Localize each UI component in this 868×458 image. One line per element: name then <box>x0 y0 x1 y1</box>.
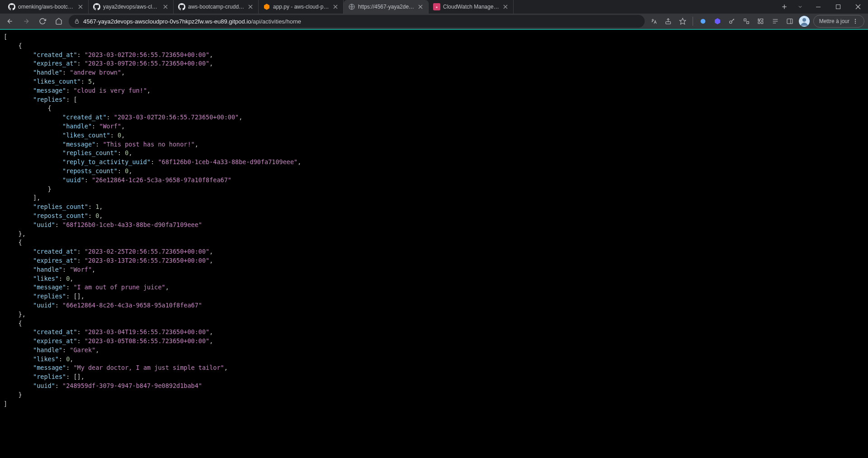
nav-forward-button[interactable] <box>20 15 33 28</box>
tab-close-icon[interactable] <box>332 4 339 10</box>
tab-5[interactable]: ⎈CloudWatch Management Conso <box>429 0 514 14</box>
side-panel-icon[interactable] <box>784 16 795 27</box>
svg-point-40 <box>855 21 856 22</box>
window-controls <box>792 0 868 14</box>
reading-list-icon[interactable] <box>770 16 781 27</box>
tab-label: aws-bootcamp-cruddur-2023/we <box>188 4 245 10</box>
tab-close-icon[interactable] <box>247 4 254 10</box>
new-tab-button[interactable] <box>777 0 792 14</box>
tab-3[interactable]: app.py - aws-cloud-project-boot <box>259 0 344 14</box>
tab-label: omenking/aws-bootcamp-crudd <box>18 4 75 10</box>
url-text: 4567-yaya2devops-awscloudpro-0vs7hkpz2fw… <box>83 18 639 25</box>
tab-label: CloudWatch Management Conso <box>443 4 500 10</box>
extension-screenshot-icon[interactable] <box>741 16 752 27</box>
tab-0[interactable]: omenking/aws-bootcamp-crudd <box>4 0 89 14</box>
nav-back-button[interactable] <box>4 15 16 28</box>
svg-point-29 <box>729 21 731 23</box>
bookmark-star-icon[interactable] <box>677 16 688 27</box>
page-viewport: [ { "created_at": "2023-03-02T20:56:55.7… <box>0 30 868 458</box>
tab-favicon-icon <box>348 3 355 10</box>
tab-close-icon[interactable] <box>502 4 509 10</box>
window-close[interactable] <box>848 0 868 14</box>
nav-reload-button[interactable] <box>36 15 49 28</box>
svg-marker-28 <box>715 18 720 24</box>
tab-close-icon[interactable] <box>417 4 424 10</box>
translate-icon[interactable] <box>648 16 659 27</box>
svg-point-27 <box>700 19 705 24</box>
separator <box>693 17 693 26</box>
tab-favicon-icon <box>178 3 185 10</box>
browser-toolbar: 4567-yaya2devops-awscloudpro-0vs7hkpz2fw… <box>0 14 868 30</box>
tab-favicon-icon <box>93 3 100 10</box>
chevron-down-icon[interactable] <box>792 4 808 9</box>
extension-hex-icon[interactable] <box>712 16 723 27</box>
window-maximize[interactable] <box>828 0 848 14</box>
svg-rect-30 <box>744 19 746 21</box>
svg-marker-6 <box>264 4 269 9</box>
svg-marker-26 <box>679 18 685 24</box>
tab-label: yaya2devops/aws-cloud-project <box>103 4 160 10</box>
tab-label: app.py - aws-cloud-project-boot <box>273 4 330 10</box>
svg-rect-19 <box>836 5 840 9</box>
svg-rect-35 <box>787 19 793 24</box>
tab-favicon-icon <box>263 3 270 10</box>
tab-strip: omenking/aws-bootcamp-cruddyaya2devops/a… <box>0 0 777 14</box>
json-response: [ { "created_at": "2023-03-02T20:56:55.7… <box>0 30 868 411</box>
svg-point-39 <box>855 19 856 20</box>
tab-close-icon[interactable] <box>77 4 84 10</box>
window-minimize[interactable] <box>808 0 828 14</box>
svg-rect-18 <box>816 7 821 7</box>
update-label: Mettre à jour <box>819 18 849 24</box>
lock-icon <box>74 19 80 24</box>
nav-home-button[interactable] <box>52 15 65 28</box>
share-icon[interactable] <box>663 16 674 27</box>
extension-key-icon[interactable] <box>726 16 737 27</box>
tab-close-icon[interactable] <box>162 4 169 10</box>
update-button[interactable]: Mettre à jour <box>813 15 864 28</box>
svg-rect-24 <box>75 21 79 24</box>
profile-avatar[interactable] <box>799 16 810 27</box>
svg-point-38 <box>802 18 806 22</box>
tab-2[interactable]: aws-bootcamp-cruddur-2023/we <box>174 0 259 14</box>
extension-cloud-icon[interactable] <box>698 16 708 27</box>
tab-label: https://4567-yaya2devops-awscl <box>358 4 415 10</box>
tab-4[interactable]: https://4567-yaya2devops-awscl <box>344 0 429 14</box>
tab-favicon-icon: ⎈ <box>433 3 440 10</box>
svg-text:⎈: ⎈ <box>436 5 438 9</box>
tab-1[interactable]: yaya2devops/aws-cloud-project <box>89 0 174 14</box>
svg-rect-31 <box>746 22 749 24</box>
tab-favicon-icon <box>8 3 15 10</box>
window-titlebar: omenking/aws-bootcamp-cruddyaya2devops/a… <box>0 0 868 14</box>
extensions-puzzle-icon[interactable] <box>755 16 766 27</box>
address-bar[interactable]: 4567-yaya2devops-awscloudpro-0vs7hkpz2fw… <box>69 15 645 28</box>
svg-point-41 <box>855 23 856 24</box>
